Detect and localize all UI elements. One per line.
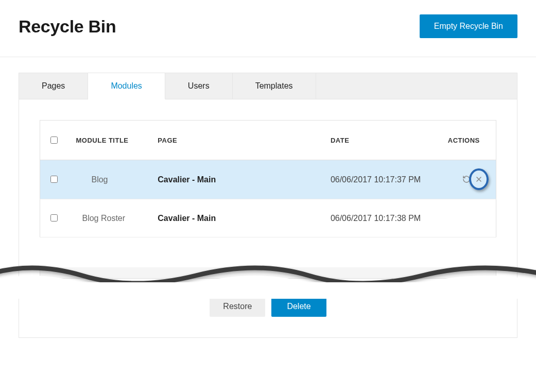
date-text: 06/06/2017 10:17:37 PM <box>322 160 440 199</box>
tab-templates[interactable]: Templates <box>233 73 316 99</box>
restore-button[interactable]: Restore <box>210 296 265 317</box>
table-row: Blog Roster Cavalier - Main 06/06/2017 1… <box>40 199 496 237</box>
row-checkbox[interactable] <box>50 214 58 221</box>
footer-buttons: Restore Delete <box>19 279 517 337</box>
module-title-text: Blog <box>76 175 108 184</box>
recycle-bin-panel: Pages Modules Users Templates MODULE TIT… <box>19 73 517 338</box>
page-header: Recycle Bin Empty Recycle Bin <box>0 0 536 57</box>
table-footer-strip <box>40 267 496 279</box>
page-text: Cavalier - Main <box>149 160 322 199</box>
module-title-text: Blog Roster <box>76 214 125 223</box>
page-text: Cavalier - Main <box>149 199 322 237</box>
select-all-checkbox[interactable] <box>50 137 58 144</box>
tab-users[interactable]: Users <box>165 73 233 99</box>
header-actions: ACTIONS <box>440 121 496 160</box>
row-actions <box>461 174 485 185</box>
delete-icon[interactable] <box>473 174 485 185</box>
empty-recycle-bin-button[interactable]: Empty Recycle Bin <box>420 14 517 38</box>
restore-icon[interactable] <box>461 174 472 185</box>
tab-bar: Pages Modules Users Templates <box>19 73 517 99</box>
tab-modules[interactable]: Modules <box>88 73 165 99</box>
page-title: Recycle Bin <box>19 16 116 37</box>
table-container: MODULE TITLE PAGE DATE ACTIONS Blog Cava… <box>19 99 517 237</box>
date-text: 06/06/2017 10:17:38 PM <box>322 199 440 237</box>
tab-pages[interactable]: Pages <box>19 73 88 99</box>
table-header-row: MODULE TITLE PAGE DATE ACTIONS <box>40 121 496 160</box>
modules-table: MODULE TITLE PAGE DATE ACTIONS Blog Cava… <box>40 120 496 237</box>
header-module-title: MODULE TITLE <box>67 121 149 160</box>
header-date: DATE <box>322 121 440 160</box>
delete-button[interactable]: Delete <box>271 296 326 317</box>
header-checkbox-cell <box>40 121 68 160</box>
header-page: PAGE <box>149 121 322 160</box>
row-checkbox[interactable] <box>50 176 58 183</box>
table-row: Blog Cavalier - Main 06/06/2017 10:17:37… <box>40 160 496 199</box>
